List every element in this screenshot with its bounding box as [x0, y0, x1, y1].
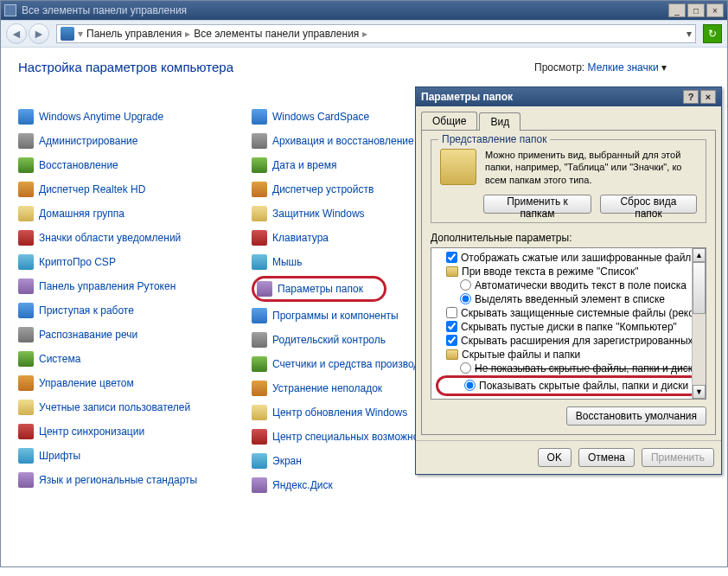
- help-button[interactable]: ?: [683, 90, 699, 104]
- tab-view[interactable]: Вид: [479, 112, 520, 131]
- item-icon: [18, 230, 34, 246]
- item-icon: [18, 157, 34, 173]
- folder-view-group: Представление папок Можно применить вид,…: [431, 139, 706, 223]
- control-panel-item[interactable]: Шрифты: [18, 448, 234, 464]
- item-label: Язык и региональные стандарты: [39, 474, 197, 486]
- dialog-close-button[interactable]: ×: [700, 90, 716, 104]
- tab-body: Представление папок Можно применить вид,…: [421, 130, 716, 435]
- dialog-titlebar[interactable]: Параметры папок ? ×: [416, 87, 721, 106]
- tree-checkbox[interactable]: [446, 321, 457, 332]
- item-icon: [252, 133, 267, 149]
- item-icon: [252, 109, 267, 125]
- tree-scrollbar[interactable]: ▲ ▼: [692, 248, 706, 399]
- maximize-button[interactable]: □: [687, 3, 705, 17]
- item-label: Дата и время: [272, 159, 336, 171]
- tree-item[interactable]: Автоматически вводить текст в поле поиск…: [434, 278, 703, 292]
- item-label: Мышь: [272, 256, 303, 268]
- restore-defaults-button[interactable]: Восстановить умолчания: [566, 406, 706, 426]
- breadcrumb-root[interactable]: Панель управления: [86, 28, 182, 40]
- control-panel-item[interactable]: Диспетчер Realtek HD: [18, 182, 234, 197]
- item-label: Центр обновления Windows: [272, 406, 407, 419]
- tab-general[interactable]: Общие: [421, 112, 477, 130]
- view-by-link[interactable]: Мелкие значки: [588, 61, 659, 74]
- item-label: Защитник Windows: [272, 208, 365, 220]
- item-label: Управление цветом: [39, 377, 134, 389]
- apply-button[interactable]: Применить: [642, 448, 714, 467]
- scroll-down-icon[interactable]: ▼: [693, 385, 706, 399]
- control-panel-item[interactable]: Яндекс.Диск: [252, 477, 468, 493]
- item-label: Родительский контроль: [272, 334, 386, 346]
- refresh-button[interactable]: ↻: [703, 24, 722, 43]
- apply-to-folders-button[interactable]: Применить к папкам: [483, 195, 591, 214]
- control-panel-icon: [61, 27, 74, 41]
- control-panel-item[interactable]: Язык и региональные стандарты: [18, 472, 234, 488]
- tree-checkbox[interactable]: [446, 252, 457, 263]
- address-dropdown[interactable]: ▾: [686, 28, 692, 40]
- control-panel-item[interactable]: КриптоПро CSP: [18, 254, 234, 270]
- tree-checkbox[interactable]: [446, 307, 457, 318]
- tree-item[interactable]: Не показывать скрытые файлы, папки и дис…: [434, 362, 703, 375]
- control-panel-item[interactable]: Центр синхронизации: [18, 424, 234, 439]
- advanced-settings-tree[interactable]: Отображать сжатые или зашифрованные файл…: [431, 247, 706, 400]
- item-icon: [18, 327, 34, 342]
- tree-item[interactable]: Выделять введенный элемент в списке: [434, 292, 703, 306]
- item-icon: [252, 308, 267, 323]
- control-panel-item[interactable]: Панель управления Рутокен: [18, 278, 234, 294]
- tree-item[interactable]: Скрывать пустые диски в папке "Компьютер…: [434, 320, 703, 334]
- scroll-thumb[interactable]: [693, 262, 706, 314]
- page-heading: Настройка параметров компьютера: [18, 60, 233, 74]
- dialog-title: Параметры папок: [421, 91, 681, 103]
- control-panel-item[interactable]: Приступая к работе: [18, 303, 234, 318]
- tree-item[interactable]: Скрывать расширения для зарегистрированн…: [434, 334, 703, 348]
- control-panel-item[interactable]: Windows Anytime Upgrade: [18, 109, 234, 125]
- tree-item-label: Скрывать защищенные системные файлы (рек…: [461, 307, 706, 319]
- forward-button[interactable]: ►: [29, 23, 49, 44]
- item-label: КриптоПро CSP: [39, 256, 116, 268]
- item-label: Диспетчер Realtek HD: [39, 183, 145, 195]
- item-icon: [18, 206, 34, 221]
- breadcrumb-current[interactable]: Все элементы панели управления: [194, 28, 359, 40]
- item-label: Центр синхронизации: [39, 426, 144, 438]
- control-panel-item[interactable]: Значки области уведомлений: [18, 230, 234, 246]
- minimize-button[interactable]: _: [668, 3, 686, 17]
- control-panel-item[interactable]: Восстановление: [18, 157, 234, 173]
- control-panel-item[interactable]: Система: [18, 351, 234, 367]
- folder-icon: [446, 349, 458, 360]
- reset-folders-button[interactable]: Сброс вида папок: [600, 195, 697, 214]
- control-panel-item[interactable]: Управление цветом: [18, 375, 234, 391]
- tree-item[interactable]: Отображать сжатые или зашифрованные файл…: [434, 251, 703, 265]
- item-icon: [252, 453, 267, 469]
- tree-item[interactable]: Скрытые файлы и папки: [434, 348, 703, 362]
- tree-radio[interactable]: [460, 293, 471, 304]
- item-icon: [18, 182, 34, 197]
- item-label: Windows CardSpace: [272, 111, 369, 123]
- window-title: Все элементы панели управления: [22, 4, 668, 16]
- item-label: Восстановление: [39, 159, 118, 171]
- back-button[interactable]: ◄: [6, 23, 27, 44]
- tree-radio[interactable]: [460, 279, 471, 291]
- item-icon: [252, 254, 267, 270]
- ok-button[interactable]: OK: [538, 448, 572, 467]
- items-column-1: Windows Anytime UpgradeАдминистрирование…: [18, 109, 234, 493]
- tree-item[interactable]: Показывать скрытые файлы, папки и диски: [436, 375, 701, 396]
- titlebar[interactable]: Все элементы панели управления _ □ ×: [1, 1, 727, 20]
- scroll-up-icon[interactable]: ▲: [693, 248, 706, 262]
- control-panel-item[interactable]: Администрирование: [18, 133, 234, 149]
- control-panel-item[interactable]: Учетные записи пользователей: [18, 400, 234, 415]
- item-label: Распознавание речи: [39, 329, 137, 341]
- item-label: Панель управления Рутокен: [39, 280, 176, 292]
- cancel-button[interactable]: Отмена: [578, 448, 635, 467]
- item-label: Значки области уведомлений: [39, 232, 181, 244]
- item-label: Домашняя группа: [39, 208, 125, 220]
- tree-item[interactable]: При вводе текста в режиме "Список": [434, 265, 703, 278]
- control-panel-item[interactable]: Параметры папок: [252, 276, 386, 302]
- tree-item[interactable]: Скрывать защищенные системные файлы (рек…: [434, 306, 703, 320]
- item-icon: [18, 109, 34, 125]
- address-bar[interactable]: ▾ Панель управления ▸ Все элементы панел…: [56, 24, 696, 43]
- tree-radio[interactable]: [460, 362, 471, 374]
- tree-radio[interactable]: [464, 380, 476, 391]
- tree-checkbox[interactable]: [446, 335, 457, 346]
- control-panel-item[interactable]: Распознавание речи: [18, 327, 234, 342]
- close-button[interactable]: ×: [706, 3, 724, 17]
- control-panel-item[interactable]: Домашняя группа: [18, 206, 234, 221]
